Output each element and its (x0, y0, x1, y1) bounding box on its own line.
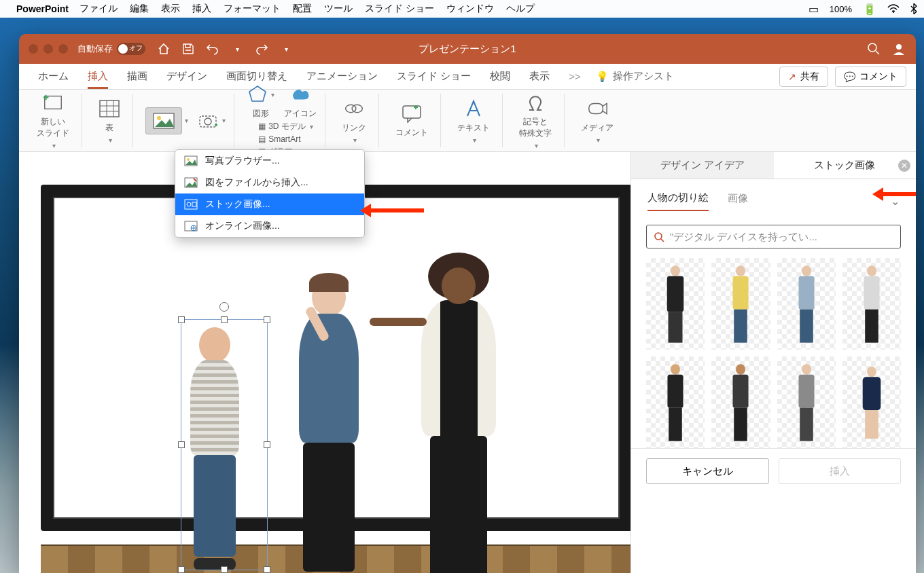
tabs-overflow[interactable]: >> (559, 64, 590, 89)
traffic-lights[interactable] (29, 44, 68, 54)
menu-help[interactable]: ヘルプ (506, 3, 535, 15)
tab-home[interactable]: ホーム (29, 64, 78, 89)
search-icon[interactable] (867, 42, 881, 56)
svg-point-12 (655, 233, 662, 240)
tab-view[interactable]: 表示 (520, 64, 559, 89)
stock-subtab-cutout[interactable]: 人物の切り絵 (647, 191, 709, 211)
tell-me[interactable]: 💡 操作アシスト (596, 70, 674, 83)
undo-dropdown-icon[interactable]: ▾ (230, 41, 245, 56)
comment-button[interactable]: 💬 コメント (835, 67, 906, 87)
stock-thumb[interactable] (711, 356, 770, 448)
table-button[interactable]: 表 ▾ (94, 95, 124, 147)
resize-handle[interactable] (221, 566, 228, 573)
comment-icon: 💬 (844, 71, 855, 82)
svg-point-8 (205, 118, 211, 125)
autosave-toggle[interactable]: 自動保存 オフ (77, 43, 145, 55)
tab-design[interactable]: デザイン (157, 64, 217, 89)
tab-slideshow[interactable]: スライド ショー (387, 64, 480, 89)
resize-handle[interactable] (221, 316, 228, 323)
menu-edit[interactable]: 編集 (130, 3, 149, 15)
person-woman-pointing[interactable] (421, 253, 496, 573)
online-pictures-icon (183, 220, 198, 232)
stock-thumb[interactable] (842, 356, 901, 448)
media-button[interactable]: メディア▾ (577, 95, 618, 147)
stock-thumb[interactable] (777, 258, 836, 350)
stock-thumb[interactable] (711, 258, 770, 350)
pane-tab-design-ideas[interactable]: デザイン アイデア (631, 152, 774, 179)
resize-handle[interactable] (264, 316, 270, 323)
svg-point-1 (868, 43, 876, 52)
screenshot-button[interactable]: ▾ (198, 110, 226, 132)
svg-rect-18 (192, 202, 196, 206)
stock-subtab-image[interactable]: 画像 (728, 192, 748, 210)
selection-box[interactable] (181, 319, 268, 570)
menu-format[interactable]: フォーマット (224, 3, 281, 15)
menu-view[interactable]: 表示 (161, 3, 180, 15)
stock-thumb[interactable] (842, 258, 901, 350)
stock-thumb[interactable] (646, 258, 705, 350)
menu-online-pictures[interactable]: オンライン画像... (175, 215, 364, 237)
undo-icon[interactable] (205, 41, 220, 56)
rotate-handle[interactable] (219, 302, 229, 312)
icons-button[interactable]: アイコン (284, 84, 317, 119)
menu-tools[interactable]: ツール (324, 3, 353, 15)
cube-icon: ▦ (258, 122, 266, 131)
symbols-button[interactable]: 記号と 特殊文字▾ (515, 89, 556, 152)
wifi-icon[interactable] (887, 4, 900, 14)
tab-insert[interactable]: 挿入 (78, 64, 118, 89)
stock-search[interactable] (646, 225, 901, 248)
autosave-label: 自動保存 (77, 43, 113, 55)
close-icon[interactable]: ✕ (898, 160, 910, 172)
stock-thumb[interactable] (646, 356, 705, 448)
menu-picture-from-file[interactable]: 図をファイルから挿入... (175, 172, 364, 193)
pane-tab-stock-images[interactable]: ストック画像 ✕ (774, 152, 917, 179)
ribbon-comment-button[interactable]: コメント (391, 100, 432, 141)
text-button[interactable]: テキスト▾ (453, 95, 494, 147)
person-woman-thinking[interactable] (299, 273, 359, 573)
new-slide-button[interactable]: 新しい スライド ▾ (33, 89, 73, 152)
cancel-button[interactable]: キャンセル (646, 458, 769, 484)
tab-review[interactable]: 校閲 (480, 64, 520, 89)
home-icon[interactable] (156, 41, 171, 56)
tab-draw[interactable]: 描画 (118, 64, 157, 89)
comment-bubble-icon (401, 103, 423, 124)
quick-access-toolbar: ▾ ▾ (156, 41, 294, 56)
menu-photo-browser[interactable]: 写真ブラウザー... (175, 150, 364, 172)
text-label: テキスト (457, 122, 490, 134)
account-icon[interactable] (891, 41, 906, 56)
display-icon[interactable]: ▭ (808, 3, 819, 16)
qat-customize-icon[interactable]: ▾ (279, 41, 294, 56)
menu-window[interactable]: ウィンドウ (446, 3, 494, 15)
workarea: デザイン アイデア ストック画像 ✕ 人物の切り絵 画像 ⌄ (19, 152, 916, 573)
redo-icon[interactable] (254, 41, 269, 56)
resize-handle[interactable] (178, 316, 185, 323)
smartart-icon: ▤ (258, 134, 266, 144)
resize-handle[interactable] (264, 566, 270, 573)
menu-arrange[interactable]: 配置 (293, 3, 312, 15)
bluetooth-icon[interactable] (910, 3, 917, 14)
stock-search-input[interactable] (670, 231, 893, 242)
resize-handle[interactable] (178, 566, 185, 573)
battery-text: 100% (830, 4, 852, 14)
shapes-button[interactable]: ▾ 図形 (247, 84, 274, 119)
3dmodel-button[interactable]: ▦3D モデル▾ (258, 121, 313, 132)
app-name[interactable]: PowerPoint (16, 3, 69, 14)
insert-picture-button[interactable] (145, 107, 182, 134)
svg-point-2 (896, 44, 902, 50)
resize-handle[interactable] (264, 441, 270, 448)
insert-button[interactable]: 挿入 (779, 458, 902, 484)
stock-thumbnails (631, 258, 916, 448)
menu-stock-images[interactable]: ストック画像... (175, 193, 364, 215)
autosave-switch[interactable]: オフ (117, 43, 145, 55)
ribbon: 新しい スライド ▾ 表 ▾ ▾ ▾ (19, 90, 916, 152)
share-button[interactable]: ↗ 共有 (779, 67, 828, 87)
smartart-button[interactable]: ▤SmartArt (258, 134, 313, 144)
picture-dropdown-caret[interactable]: ▾ (185, 117, 188, 124)
menu-file[interactable]: ファイル (79, 3, 118, 15)
stock-thumb[interactable] (777, 356, 836, 448)
save-icon[interactable] (181, 41, 196, 56)
menu-slideshow[interactable]: スライド ショー (365, 3, 434, 15)
resize-handle[interactable] (178, 441, 185, 448)
menu-insert[interactable]: 挿入 (192, 3, 211, 15)
link-button[interactable]: リンク▾ (338, 95, 370, 147)
